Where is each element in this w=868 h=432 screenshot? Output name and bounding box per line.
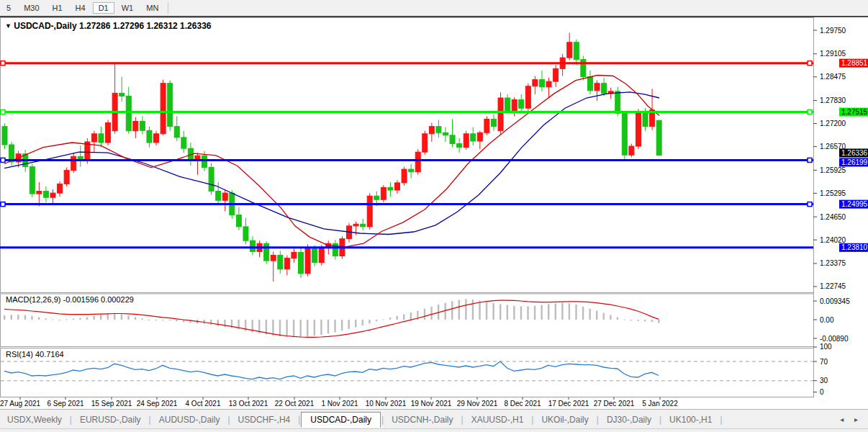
macd-bar <box>541 305 542 320</box>
tab-usdcad-daily[interactable]: USDCAD-,Daily <box>301 412 381 428</box>
timeframe-button-mn[interactable]: MN <box>140 2 164 14</box>
macd-bar <box>451 301 453 320</box>
tab-eurusd-daily[interactable]: EURUSD-,Daily <box>73 412 148 428</box>
hline-price-tag-text: 1.24995 <box>841 200 868 208</box>
candle-body <box>374 196 379 199</box>
candle-body <box>64 171 69 184</box>
macd-bar <box>362 320 363 325</box>
macd-bar <box>300 320 302 337</box>
candle-body <box>222 193 227 200</box>
hline-right-marker[interactable] <box>808 61 812 66</box>
tab-scroll-arrows[interactable]: ◂ ▸ <box>840 415 862 423</box>
macd-bar <box>169 320 171 320</box>
date-tick-label: 5 Jan 2022 <box>642 400 678 408</box>
timeframe-button-m30[interactable]: M30 <box>18 2 45 14</box>
hline-left-marker[interactable] <box>1 110 5 114</box>
date-tick-label: 22 Oct 2021 <box>275 400 315 408</box>
macd-bar <box>369 320 370 323</box>
hline-price-tag-text: 1.26199 <box>841 158 868 166</box>
macd-bar <box>575 305 577 320</box>
date-tick-label: 15 Sep 2021 <box>91 400 132 408</box>
candle-body <box>168 84 173 127</box>
macd-bar <box>658 320 659 323</box>
macd-bar <box>272 320 273 336</box>
candle-body <box>209 168 214 192</box>
hline-left-marker[interactable] <box>1 61 5 66</box>
candle-body <box>443 132 448 135</box>
timeframe-button-h1[interactable]: H1 <box>47 2 68 14</box>
hline-price-tag-text: 1.27515 <box>841 108 868 116</box>
chart-canvas[interactable]: 1.297501.291051.284751.278301.272001.265… <box>0 0 868 432</box>
timeframe-button-w1[interactable]: W1 <box>116 2 140 14</box>
macd-bar <box>286 320 287 337</box>
macd-bar <box>444 303 446 320</box>
macd-bar <box>637 320 638 321</box>
candle-body <box>643 112 648 126</box>
candle-body <box>353 224 358 226</box>
candle-body <box>381 187 386 199</box>
macd-bar <box>31 316 32 320</box>
macd-bar <box>548 304 549 320</box>
macd-bar <box>148 320 150 320</box>
candle-body <box>394 183 399 190</box>
candle-body <box>533 80 538 86</box>
candle-body <box>491 119 496 126</box>
macd-bar <box>623 319 625 320</box>
timeframe-button-5[interactable]: 5 <box>1 2 17 14</box>
candle-body <box>58 184 63 193</box>
hline-price-tag-text: 1.28851 <box>841 59 868 67</box>
price-tick-label: 1.25295 <box>820 189 846 197</box>
candle-body <box>154 134 159 143</box>
macd-bar <box>430 307 432 320</box>
hline-left-marker[interactable] <box>1 202 5 207</box>
tab-usdchf-h4[interactable]: USDCHF-,H4 <box>231 412 298 428</box>
tab-dj30-daily[interactable]: DJ30-,Daily <box>600 412 659 428</box>
macd-bar <box>644 320 646 321</box>
price-panel[interactable] <box>1 18 814 293</box>
price-tick-label: 1.24650 <box>820 213 846 221</box>
price-tick-label: 1.25925 <box>820 166 846 174</box>
macd-bar <box>348 320 350 329</box>
tab-uk100-h1[interactable]: UK100-,H1 <box>662 412 719 428</box>
collapse-icon[interactable]: ▼ <box>5 22 12 30</box>
timeframe-button-h4[interactable]: H4 <box>70 2 91 14</box>
macd-bar <box>630 320 632 320</box>
macd-bar <box>4 315 5 320</box>
date-tick-label: 4 Oct 2021 <box>186 400 221 408</box>
price-tick-label: 1.24020 <box>820 236 846 244</box>
tab-audusd-daily[interactable]: AUDUSD-,Daily <box>152 412 227 428</box>
candle-body <box>216 192 221 201</box>
rsi-tick-label: 70 <box>820 358 828 366</box>
candle-body <box>464 134 469 148</box>
macd-bar <box>569 303 570 320</box>
macd-bar <box>314 320 315 336</box>
tab-usdx-weekly[interactable]: USDX,Weekly <box>0 412 69 428</box>
candle-body <box>140 122 145 131</box>
window-bottom-strip <box>0 428 868 432</box>
candle-body <box>450 135 455 144</box>
date-tick-label: 13 Oct 2021 <box>229 400 268 408</box>
macd-bar <box>458 300 460 320</box>
rsi-panel[interactable] <box>1 348 814 397</box>
timeframe-button-d1[interactable]: D1 <box>93 2 114 14</box>
macd-bar <box>79 318 81 320</box>
macd-tick-label: 0.00 <box>820 316 834 324</box>
macd-bar <box>520 306 522 320</box>
macd-bar <box>479 301 480 320</box>
macd-bar <box>307 320 308 336</box>
candle-body <box>436 127 441 133</box>
hline-right-marker[interactable] <box>808 158 812 162</box>
candle-body <box>284 258 289 269</box>
hline-right-marker[interactable] <box>808 110 812 114</box>
hline-left-marker[interactable] <box>1 158 5 162</box>
tab-usdcnh-daily[interactable]: USDCNH-,Daily <box>384 412 460 428</box>
candle-body <box>319 248 324 262</box>
macd-bar <box>100 315 101 320</box>
candle-body <box>106 123 111 143</box>
candle-body <box>553 68 559 81</box>
candle-body <box>264 243 269 261</box>
candle-body <box>367 196 372 227</box>
hline-right-marker[interactable] <box>808 202 812 207</box>
tab-xauusd-h1[interactable]: XAUUSD-,H1 <box>464 412 531 428</box>
tab-ukoil-daily[interactable]: UKOil-,Daily <box>534 412 595 428</box>
